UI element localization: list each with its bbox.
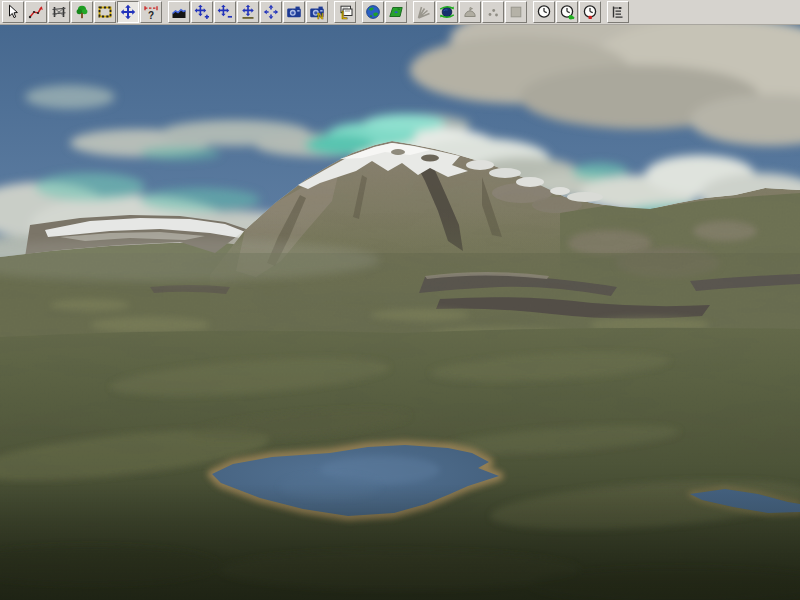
camera-icon xyxy=(286,4,302,20)
snapshot-button[interactable] xyxy=(283,1,305,23)
camera-n-icon: N xyxy=(309,4,325,20)
svg-text:?: ? xyxy=(148,10,154,21)
time-run-button[interactable] xyxy=(556,1,578,23)
svg-text:N: N xyxy=(317,11,324,20)
area-select-tool-button[interactable] xyxy=(94,1,116,23)
navigate-slower-button[interactable] xyxy=(214,1,236,23)
solid-area-button xyxy=(505,1,527,23)
fence-icon xyxy=(51,4,67,20)
toolbar-group-views xyxy=(361,1,407,23)
navigate-faster-button[interactable] xyxy=(191,1,213,23)
toolbar-group-navigation: N xyxy=(167,1,328,23)
maintain-height-button[interactable] xyxy=(237,1,259,23)
toolbar-group-environment xyxy=(412,1,527,23)
move-arrows-icon xyxy=(120,4,136,20)
navigate-tool-button[interactable] xyxy=(117,1,139,23)
profile-chart-icon xyxy=(171,4,187,20)
time-of-day-button[interactable] xyxy=(533,1,555,23)
terrain-3d-scene xyxy=(0,25,800,600)
select-tool-button[interactable] xyxy=(2,1,24,23)
terrain-app-window: ? xyxy=(0,0,800,600)
sky-dome-button xyxy=(459,1,481,23)
terrain-viewport[interactable] xyxy=(0,25,800,600)
free-navigation-button[interactable] xyxy=(260,1,282,23)
terrain-view-button[interactable] xyxy=(385,1,407,23)
globe-icon xyxy=(365,4,381,20)
bottom-shading xyxy=(0,485,800,600)
svg-text:L: L xyxy=(342,10,348,20)
toolbar-group-edit-tools: ? xyxy=(1,1,162,23)
globe-view-button[interactable] xyxy=(362,1,384,23)
toolbar-group-time xyxy=(532,1,601,23)
time-stop-button[interactable] xyxy=(579,1,601,23)
toolbar: ? xyxy=(0,0,800,25)
spread-arrows-icon xyxy=(263,4,279,20)
toolbar-group-layers: L xyxy=(333,1,356,23)
route-tool-button[interactable] xyxy=(25,1,47,23)
orbit-globe-icon xyxy=(439,4,455,20)
plant-tree-tool-button[interactable] xyxy=(71,1,93,23)
move-arrows-plus-icon xyxy=(194,4,210,20)
move-arrows-minus-icon xyxy=(217,4,233,20)
clock-play-icon xyxy=(559,4,575,20)
scene-outline-icon xyxy=(610,4,626,20)
clock-icon xyxy=(536,4,552,20)
layers-l-icon: L xyxy=(337,4,353,20)
terrain-map-icon xyxy=(388,4,404,20)
query-measure-tool-button[interactable]: ? xyxy=(140,1,162,23)
spin-globe-button[interactable] xyxy=(436,1,458,23)
fence-tool-button[interactable] xyxy=(48,1,70,23)
light-rays-icon xyxy=(416,4,432,20)
measure-question-icon: ? xyxy=(143,4,159,20)
toolbar-group-scene xyxy=(606,1,629,23)
sun-lighting-button xyxy=(413,1,435,23)
elevation-profile-button[interactable] xyxy=(168,1,190,23)
scatter-features-button xyxy=(482,1,504,23)
dome-icon xyxy=(462,4,478,20)
tree-icon xyxy=(74,4,90,20)
pointer-icon xyxy=(5,4,21,20)
clock-stop-icon xyxy=(582,4,598,20)
layer-info-button[interactable]: L xyxy=(334,1,356,23)
scene-outline-button[interactable] xyxy=(607,1,629,23)
move-arrows-ground-icon xyxy=(240,4,256,20)
dashed-box-icon xyxy=(97,4,113,20)
snapshot-numbered-button[interactable]: N xyxy=(306,1,328,23)
red-route-icon xyxy=(28,4,44,20)
square-icon xyxy=(508,4,524,20)
dots-icon xyxy=(485,4,501,20)
